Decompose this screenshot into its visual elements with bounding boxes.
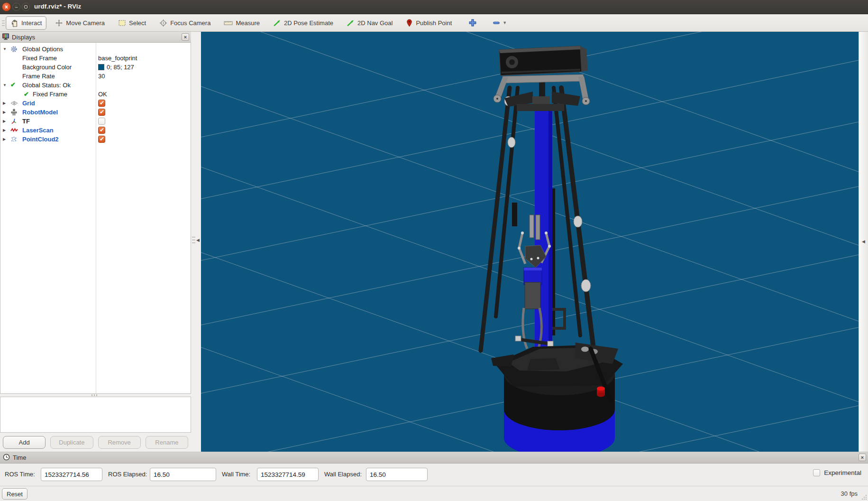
display-description-box [0,397,191,433]
experimental-checkbox[interactable] [813,469,820,476]
expander-icon[interactable]: ▶ [3,101,9,105]
hand-cursor-icon [10,19,18,27]
tool-2d-pose-estimate[interactable]: 2D Pose Estimate [268,16,338,30]
property-name[interactable]: Background Color [22,64,72,71]
expander-icon[interactable]: ▼ [3,47,9,51]
move-arrows-icon [55,19,63,27]
display-name[interactable]: LaserScan [22,127,54,134]
display-name[interactable]: Grid [22,100,35,107]
tool-publish-point[interactable]: Publish Point [401,16,457,30]
tree-row-laserscan[interactable]: ▶ LaserScan [0,126,191,135]
tool-2d-nav-goal[interactable]: 2D Nav Goal [342,16,397,30]
rename-display-button[interactable]: Rename [146,436,188,449]
tree-row-robotmodel[interactable]: ▶ RobotModel [0,108,191,117]
3d-scene-canvas[interactable] [201,32,859,452]
remove-tool-button[interactable]: ▼ [490,16,509,29]
collapse-left-arrow-icon[interactable]: ◀ [196,238,200,242]
window-close-button[interactable]: × [2,2,11,11]
emergency-stop-button [597,387,605,397]
status-bar: Reset 30 fps [0,486,868,501]
tree-row-fixed-frame[interactable]: Fixed Frame base_footprint [0,54,191,63]
ros-elapsed-input[interactable] [150,468,216,481]
expander-icon[interactable]: ▶ [3,137,9,141]
reset-button[interactable]: Reset [2,488,27,500]
expander-icon[interactable]: ▼ [3,83,9,87]
tree-row-grid[interactable]: ▶ Grid [0,99,191,108]
status-ok-check-icon: ✔ [24,91,29,97]
property-name[interactable]: Frame Rate [22,73,55,80]
expander-icon[interactable]: ▶ [3,110,9,114]
property-name[interactable]: Fixed Frame [22,55,57,62]
time-panel-title: Time [13,454,26,461]
window-minimize-button[interactable]: – [12,3,20,11]
wall-time-label: Wall Time: [222,471,250,478]
time-panel: Time × ROS Time: ROS Elapsed: Wall Time:… [0,452,868,486]
tool-select[interactable]: Select [113,16,151,30]
property-value[interactable]: 0; 85; 127 [98,64,134,71]
experimental-label: Experimental [824,469,861,476]
right-panel-strip[interactable]: ◀ [859,32,868,452]
tree-row-global-status[interactable]: ▼ ✔ Global Status: Ok [0,81,191,90]
wall-elapsed-input[interactable] [366,468,428,481]
displays-panel-header[interactable]: Displays × [0,32,191,43]
display-enabled-checkbox[interactable] [98,127,105,134]
window-maximize-button[interactable] [22,3,30,11]
expander-icon[interactable]: ▶ [3,119,9,123]
displays-close-button[interactable]: × [182,33,189,41]
tool-focus-camera[interactable]: Focus Camera [155,16,215,30]
duplicate-display-button[interactable]: Duplicate [50,436,93,449]
display-name[interactable]: RobotModel [22,109,58,116]
main-area: Displays × ▼ Global Options Fixed Frame … [0,32,868,452]
point-cloud-icon [10,136,18,143]
splitter-grip[interactable] [192,236,195,244]
time-panel-header[interactable]: Time × [0,452,868,464]
tree-row-pointcloud2[interactable]: ▶ PointCloud2 [0,135,191,144]
window-title: urdf.rviz* - RViz [34,3,81,10]
window-resize-grip[interactable] [862,495,867,500]
wall-time-input[interactable] [257,468,319,481]
title-bar: × – urdf.rviz* - RViz [0,0,868,14]
remove-display-button[interactable]: Remove [98,436,141,449]
tree-row-frame-rate[interactable]: Frame Rate 30 [0,72,191,81]
display-enabled-checkbox[interactable] [98,136,105,143]
property-value[interactable]: base_footprint [98,55,137,62]
displays-tree[interactable]: ▼ Global Options Fixed Frame base_footpr… [0,43,191,394]
map-pin-icon [406,19,413,27]
tree-row-fixed-frame-status[interactable]: ✔ Fixed Frame OK [0,90,191,99]
3d-viewport[interactable] [201,32,859,452]
status-name[interactable]: Fixed Frame [33,91,67,98]
tool-interact[interactable]: Interact [6,16,46,30]
robot-base [491,343,623,452]
gear-icon [10,46,18,53]
property-value[interactable]: 30 [98,73,105,80]
ros-time-input[interactable] [41,468,102,481]
time-panel-close-button[interactable]: × [859,454,866,461]
tree-row-tf[interactable]: ▶ TF [0,117,191,126]
toolbar-drag-handle[interactable] [1,19,6,26]
display-enabled-checkbox[interactable] [98,100,105,107]
displays-monitor-icon [2,33,9,42]
expand-right-panel-arrow-icon[interactable]: ◀ [862,239,865,244]
tool-move-camera[interactable]: Move Camera [50,16,110,30]
tree-row-global-options[interactable]: ▼ Global Options [0,45,191,54]
dropdown-caret-icon[interactable]: ▼ [503,20,507,25]
add-tool-button[interactable] [465,16,480,29]
expander-icon[interactable]: ▶ [3,128,9,132]
panel-viewport-splitter[interactable]: ◀ [191,32,201,452]
tree-property-splitter[interactable] [91,394,100,396]
display-name[interactable]: TF [22,118,30,125]
display-name[interactable]: PointCloud2 [22,136,59,143]
tool-measure[interactable]: Measure [219,17,265,29]
wall-elapsed-label: Wall Elapsed: [324,471,362,478]
add-display-button[interactable]: Add [3,436,46,449]
status-name[interactable]: Global Status: Ok [22,82,71,89]
tree-row-background-color[interactable]: Background Color 0; 85; 127 [0,63,191,72]
time-panel-body: ROS Time: ROS Elapsed: Wall Time: Wall E… [0,464,868,486]
robot-model [481,46,623,452]
display-enabled-checkbox[interactable] [98,109,105,116]
displays-button-row: Add Duplicate Remove Rename [0,433,191,452]
grid-display-icon [10,100,18,107]
display-enabled-checkbox[interactable] [98,118,105,125]
status-ok-check-icon: ✔ [10,82,18,89]
display-name[interactable]: Global Options [22,46,63,53]
